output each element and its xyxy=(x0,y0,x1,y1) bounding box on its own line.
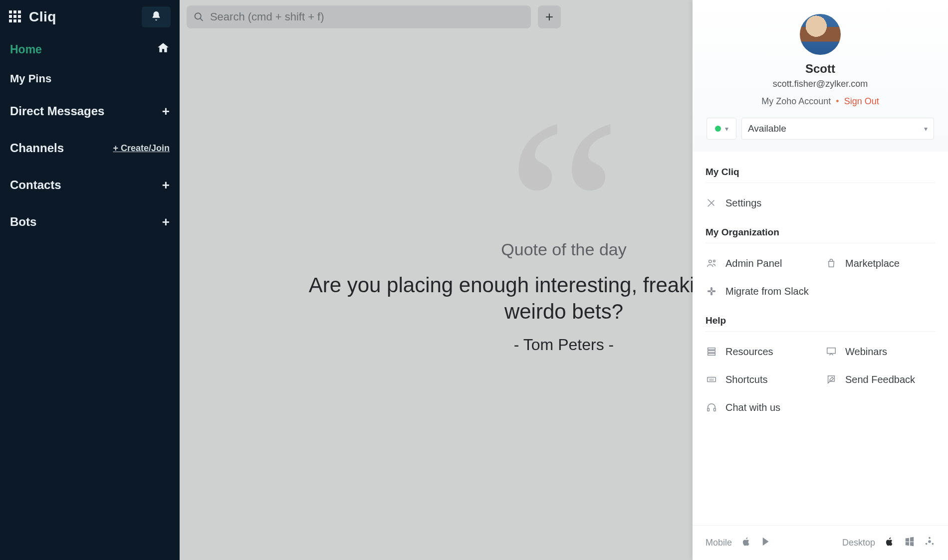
sidebar-item-mypins[interactable]: My Pins xyxy=(10,65,170,93)
windows-icon[interactable] xyxy=(904,536,915,550)
resources-icon xyxy=(706,346,717,358)
keyboard-icon xyxy=(706,373,717,385)
sidebar-item-label: Home xyxy=(10,43,42,56)
status-label: Available xyxy=(748,123,786,134)
section-title-myorg: My Organization xyxy=(706,218,935,243)
profile-name: Scott xyxy=(805,62,835,76)
avatar[interactable] xyxy=(800,14,841,55)
decorative-quote-mark: “ xyxy=(506,184,622,235)
sidebar-section-label: Bots xyxy=(10,215,36,229)
sidebar-section-channels[interactable]: Channels + Create/Join xyxy=(10,130,170,167)
presentation-icon xyxy=(825,346,837,358)
plus-icon[interactable]: + xyxy=(162,178,170,193)
svg-rect-12 xyxy=(714,408,716,411)
menu-label: Chat with us xyxy=(725,402,780,413)
profile-header: Scott scott.fisher@zylker.com My Zoho Ac… xyxy=(693,0,948,152)
channels-create-join-link[interactable]: + Create/Join xyxy=(113,143,170,154)
apple-icon[interactable] xyxy=(741,536,752,550)
chevron-down-icon: ▾ xyxy=(924,125,928,133)
svg-rect-8 xyxy=(708,354,715,356)
svg-rect-6 xyxy=(708,348,715,350)
status-select[interactable]: Available ▾ xyxy=(741,118,934,140)
menu-label: Settings xyxy=(725,197,761,209)
menu-item-settings[interactable]: Settings xyxy=(706,191,935,215)
playstore-icon[interactable] xyxy=(761,536,772,550)
plus-icon[interactable]: + xyxy=(162,104,170,119)
search-input[interactable] xyxy=(210,10,524,23)
svg-rect-11 xyxy=(708,408,710,411)
panel-body: My Cliq Settings My Organization Admin P… xyxy=(693,152,948,525)
svg-rect-2 xyxy=(708,290,711,292)
separator-dot: • xyxy=(836,96,839,107)
menu-label: Migrate from Slack xyxy=(725,286,809,297)
main-area: + “ Quote of the day Are you placing eno… xyxy=(180,0,948,560)
menu-item-admin-panel[interactable]: Admin Panel xyxy=(706,251,815,275)
svg-point-1 xyxy=(713,260,715,262)
status-row: ▾ Available ▾ xyxy=(706,118,935,140)
sidebar-item-label: My Pins xyxy=(10,72,51,85)
menu-label: Send Feedback xyxy=(845,374,915,385)
status-indicator-dropdown[interactable]: ▾ xyxy=(707,118,736,140)
sidebar-section-label: Contacts xyxy=(10,178,61,192)
status-dot-icon xyxy=(715,126,721,132)
apps-grid-icon[interactable] xyxy=(9,10,22,23)
menu-item-send-feedback[interactable]: Send Feedback xyxy=(825,368,935,391)
sign-out-link[interactable]: Sign Out xyxy=(844,96,879,107)
svg-rect-10 xyxy=(708,377,716,381)
svg-rect-4 xyxy=(711,287,712,291)
feedback-icon xyxy=(825,373,837,385)
headset-icon xyxy=(706,401,717,413)
svg-point-14 xyxy=(929,537,931,539)
menu-item-webinars[interactable]: Webinars xyxy=(825,340,935,364)
menu-label: Webinars xyxy=(845,346,887,358)
menu-label: Shortcuts xyxy=(725,374,767,385)
menu-item-chat-with-us[interactable]: Chat with us xyxy=(706,395,815,419)
plus-icon[interactable]: + xyxy=(162,214,170,230)
sidebar-section-bots[interactable]: Bots + xyxy=(10,203,170,240)
footer-desktop-group: Desktop xyxy=(842,536,935,550)
sidebar: Cliq Home My Pins Direct Messages + Chan… xyxy=(0,0,180,560)
section-title-mycliq: My Cliq xyxy=(706,162,935,183)
apple-icon[interactable] xyxy=(884,536,895,550)
svg-point-0 xyxy=(709,260,712,263)
menu-item-resources[interactable]: Resources xyxy=(706,340,815,364)
sidebar-top: Cliq xyxy=(0,0,180,34)
svg-point-15 xyxy=(926,543,928,545)
section-title-help: Help xyxy=(706,306,935,332)
svg-rect-5 xyxy=(711,292,712,295)
sidebar-section-label: Direct Messages xyxy=(10,104,104,118)
footer-mobile-label: Mobile xyxy=(706,538,732,548)
chevron-down-icon: ▾ xyxy=(725,125,728,133)
svg-rect-9 xyxy=(827,348,836,354)
menu-item-migrate-slack[interactable]: Migrate from Slack xyxy=(706,279,815,303)
menu-label: Marketplace xyxy=(845,258,900,269)
sidebar-section-label: Channels xyxy=(10,141,64,155)
profile-email: scott.fisher@zylker.com xyxy=(773,79,868,89)
panel-footer: Mobile Desktop xyxy=(693,525,948,560)
footer-mobile-group: Mobile xyxy=(706,536,772,550)
bell-icon xyxy=(151,10,162,23)
search-icon xyxy=(194,11,204,22)
ubuntu-icon[interactable] xyxy=(924,536,935,550)
menu-label: Admin Panel xyxy=(725,258,782,269)
search-field[interactable] xyxy=(187,5,531,28)
brand-title: Cliq xyxy=(29,9,56,25)
my-account-link[interactable]: My Zoho Account xyxy=(761,96,831,107)
notifications-button[interactable] xyxy=(142,6,171,27)
home-icon xyxy=(157,41,170,57)
profile-links: My Zoho Account • Sign Out xyxy=(761,96,879,107)
sidebar-item-home[interactable]: Home xyxy=(10,34,170,65)
new-conversation-button[interactable]: + xyxy=(538,5,561,28)
svg-rect-3 xyxy=(712,290,715,292)
admin-icon xyxy=(706,257,717,269)
menu-item-marketplace[interactable]: Marketplace xyxy=(825,251,935,275)
menu-item-shortcuts[interactable]: Shortcuts xyxy=(706,368,815,391)
sidebar-section-direct-messages[interactable]: Direct Messages + xyxy=(10,93,170,130)
settings-icon xyxy=(706,197,717,209)
menu-label: Resources xyxy=(725,346,773,358)
sidebar-section-contacts[interactable]: Contacts + xyxy=(10,167,170,203)
slack-icon xyxy=(706,285,717,297)
bag-icon xyxy=(825,257,837,269)
profile-panel: Scott scott.fisher@zylker.com My Zoho Ac… xyxy=(693,0,948,560)
svg-rect-7 xyxy=(708,351,715,353)
